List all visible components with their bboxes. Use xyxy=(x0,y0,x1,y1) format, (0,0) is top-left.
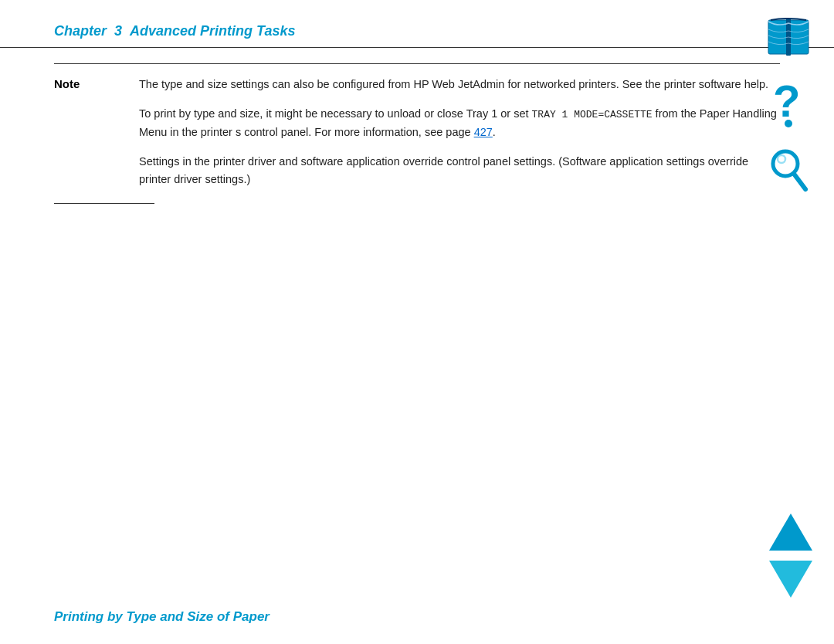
svg-point-4 xyxy=(785,120,792,127)
svg-point-7 xyxy=(778,155,785,163)
footer-text: Printing by Type and Size of Paper xyxy=(54,609,270,624)
chapter-title: Advanced Printing Tasks xyxy=(130,23,295,39)
note-paragraph-1: The type and size settings can also be c… xyxy=(139,76,780,93)
note-text: The type and size settings can also be c… xyxy=(139,76,780,188)
chapter-label: Chapter xyxy=(54,23,107,39)
page-link[interactable]: 427 xyxy=(474,126,493,138)
help-icon[interactable]: ? xyxy=(770,80,807,127)
note-paragraph-3: Settings in the printer driver and softw… xyxy=(139,153,780,188)
page-header: Chapter 3 Advanced Printing Tasks 159 xyxy=(0,0,834,48)
sidebar: ? xyxy=(764,15,812,195)
book-icon[interactable] xyxy=(764,15,812,60)
main-content: Note The type and size settings can also… xyxy=(54,59,795,204)
code-text: TRAY 1 MODE=CASSETTE xyxy=(532,109,653,120)
note-section: Note The type and size settings can also… xyxy=(54,63,780,188)
content-area: Note The type and size settings can also… xyxy=(0,59,834,204)
prev-page-button[interactable] xyxy=(769,514,812,551)
nav-arrows xyxy=(769,514,812,598)
page-footer: Printing by Type and Size of Paper xyxy=(54,609,270,625)
note-paragraph-2: To print by type and size, it might be n… xyxy=(139,105,780,141)
search-icon[interactable] xyxy=(768,147,809,195)
page-container: Chapter 3 Advanced Printing Tasks 159 No… xyxy=(0,0,834,644)
note-label: Note xyxy=(54,76,124,188)
svg-text:?: ? xyxy=(773,80,800,126)
chapter-number: 3 xyxy=(114,23,122,39)
header-left: Chapter 3 Advanced Printing Tasks xyxy=(54,23,295,39)
svg-line-6 xyxy=(794,174,805,189)
bottom-separator xyxy=(54,203,154,204)
next-page-button[interactable] xyxy=(769,561,812,598)
